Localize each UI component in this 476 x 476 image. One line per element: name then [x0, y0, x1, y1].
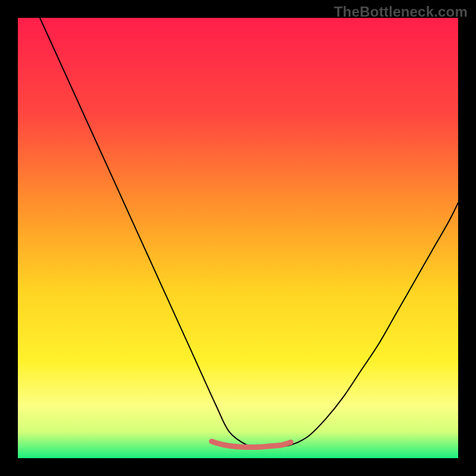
- watermark-text: TheBottleneck.com: [334, 4, 468, 20]
- gradient-bg: [18, 18, 458, 458]
- chart-frame: TheBottleneck.com: [0, 0, 476, 476]
- bottleneck-chart: [18, 18, 458, 458]
